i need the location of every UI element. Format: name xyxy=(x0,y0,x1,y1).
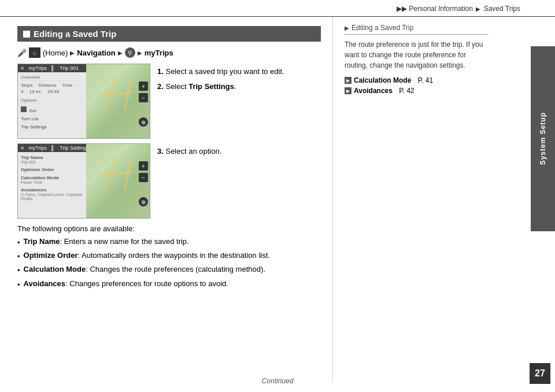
breadcrumb-prefix: ▶▶ xyxy=(397,5,407,13)
right-link-avoidances-page: P. 42 xyxy=(399,87,414,95)
screen2-road3 xyxy=(124,161,131,190)
screen1-row: ≡ myTrips ▌ Trip 001 Overview Stops Dist… xyxy=(17,64,321,139)
step3: 3. Select an option. xyxy=(157,146,321,157)
screen2-zoom-minus[interactable]: − xyxy=(139,173,148,182)
heading-square-icon xyxy=(23,31,30,38)
options-intro: The following options are available: xyxy=(17,224,321,233)
screen1-overview: Overview xyxy=(21,74,84,81)
screen1-stats: Stops Distance Time xyxy=(21,82,84,88)
screen2-zoom-plus[interactable]: + xyxy=(139,161,148,171)
list-item: • Avoidances: Changes preferences for ro… xyxy=(17,279,321,290)
screen1-zoom-plus[interactable]: + xyxy=(139,82,148,91)
nav-path: 🎤 ⌂ (Home) ▶ Navigation ▶ ⚲ ▶ myTrips xyxy=(17,47,321,58)
screen1-turnlist: Turn List xyxy=(21,115,84,123)
screen2: ≡ myTrips ▌ Trip Settings Trip Name Trip… xyxy=(17,143,150,219)
mic-icon: 🎤 xyxy=(17,49,27,57)
right-link-avoidances-label: Avoidances xyxy=(354,87,393,95)
screen2-avoidances: Avoidances U-Turns, Carpool Lanes, Unpav… xyxy=(21,186,84,202)
right-link-arrow-icon: ▶ xyxy=(345,77,352,84)
screen2-tripname: Trip Name Trip 003 xyxy=(21,154,84,166)
right-link-calcmode-page: P. 41 xyxy=(418,76,433,84)
screen1-options-label: Options xyxy=(21,97,84,104)
right-body-text: The route preference is just for the tri… xyxy=(345,39,489,71)
header: ▶▶ Personal Information ▶ Saved Trips xyxy=(0,0,555,17)
home-icon: ⌂ xyxy=(29,47,40,58)
nav-arrow2: ▶ xyxy=(118,50,123,56)
section-heading: Editing a Saved Trip xyxy=(17,26,321,42)
main-content: Editing a Saved Trip 🎤 ⌂ (Home) ▶ Naviga… xyxy=(0,17,555,382)
screen1-road3 xyxy=(124,82,131,110)
step3-instructions: 3. Select an option. xyxy=(157,143,321,161)
list-item: • Optimize Order: Automatically orders t… xyxy=(17,250,321,262)
right-section-arrow-icon: ▶ xyxy=(345,25,349,31)
right-section-label: Editing a Saved Trip xyxy=(352,24,413,32)
screen1-map: + − ⊕ xyxy=(86,64,150,138)
right-column: ▶ Editing a Saved Trip The route prefere… xyxy=(332,17,500,382)
search-circle-icon: ⚲ xyxy=(125,47,135,58)
step1-2-instructions: 1. Select a saved trip you want to edit.… xyxy=(157,64,321,97)
step1: 1. Select a saved trip you want to edit. xyxy=(157,66,321,77)
screen1-tripsettings: Trip Settings xyxy=(21,123,84,131)
options-list: • Trip Name: Enters a new name for the s… xyxy=(17,236,321,290)
home-label: (Home) xyxy=(43,49,68,57)
nav-mytrips-label: myTrips xyxy=(145,49,173,57)
sidebar-tab-label: System Setup xyxy=(539,112,547,165)
list-item: • Trip Name: Enters a new name for the s… xyxy=(17,236,321,248)
continued-label: Continued xyxy=(262,377,294,385)
list-item: • Calculation Mode: Changes the route pr… xyxy=(17,264,321,276)
step2: 2. Select Trip Settings. xyxy=(157,82,321,92)
page-number: 27 xyxy=(530,363,550,384)
nav-navigation-label: Navigation xyxy=(77,49,115,57)
breadcrumb: ▶▶ Personal Information ▶ Saved Trips xyxy=(397,5,520,13)
nav-arrow3: ▶ xyxy=(138,50,142,56)
screen1-zoom-minus[interactable]: − xyxy=(139,93,148,102)
screen1: ≡ myTrips ▌ Trip 001 Overview Stops Dist… xyxy=(17,64,150,139)
screen1-go: Go! xyxy=(21,105,84,115)
screen2-optimize: Optimize Order xyxy=(21,166,84,174)
screen2-calcmode: Calculation Mode Faster Time xyxy=(21,174,84,186)
screen1-compass[interactable]: ⊕ xyxy=(139,117,148,127)
right-link-calcmode-label: Calculation Mode xyxy=(354,76,411,84)
right-section-title: ▶ Editing a Saved Trip xyxy=(345,24,489,35)
screen2-map: + − ⊕ xyxy=(86,144,150,218)
right-link-calcmode: ▶ Calculation Mode P. 41 xyxy=(345,76,489,84)
breadcrumb-part1: Personal Information xyxy=(409,5,473,13)
sidebar-tab: System Setup xyxy=(531,46,555,231)
right-link-avoidances-arrow-icon: ▶ xyxy=(345,87,352,94)
screenshots-area: ≡ myTrips ▌ Trip 001 Overview Stops Dist… xyxy=(17,64,321,219)
section-title: Editing a Saved Trip xyxy=(34,29,116,39)
breadcrumb-arrow: ▶ xyxy=(476,6,480,12)
nav-arrow1: ▶ xyxy=(70,50,75,56)
left-column: Editing a Saved Trip 🎤 ⌂ (Home) ▶ Naviga… xyxy=(0,17,332,382)
screen1-values: 4 19 mi. 28:49 xyxy=(21,88,84,95)
screen2-row: ≡ myTrips ▌ Trip Settings Trip Name Trip… xyxy=(17,143,321,219)
screen2-compass[interactable]: ⊕ xyxy=(139,197,148,206)
right-link-avoidances: ▶ Avoidances P. 42 xyxy=(345,87,489,95)
breadcrumb-part2: Saved Trips xyxy=(484,5,520,13)
